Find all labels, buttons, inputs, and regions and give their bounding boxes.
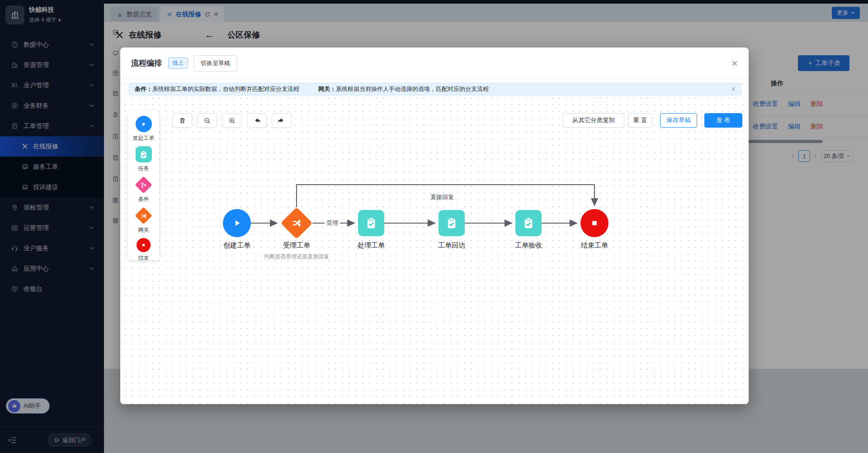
palette-end-node[interactable]: 结束 <box>137 238 151 262</box>
node-description: 判断是否受理还是直接回复 <box>251 253 342 261</box>
node-label: 结束工单 <box>563 241 626 250</box>
save-draft-button[interactable]: 保存草稿 <box>660 113 697 128</box>
publish-button[interactable]: 发 布 <box>704 113 742 128</box>
node-label: 处理工单 <box>340 241 403 250</box>
flow-node-acceptance[interactable] <box>515 210 542 236</box>
clipboard-check-icon <box>364 216 378 230</box>
palette-start-node[interactable]: 发起工单 <box>133 116 155 142</box>
zoom-out-button[interactable] <box>197 113 217 128</box>
undo-icon <box>253 116 261 124</box>
branch-icon <box>140 181 147 189</box>
online-status-badge: 线上 <box>168 57 188 69</box>
flow-node-start[interactable] <box>223 209 251 237</box>
flow-editor-modal: 流程编排 线上 切换至草稿 × 条件： 系统根据工单的实际数据，自动判断并匹配对… <box>120 48 749 404</box>
palette-gateway-node[interactable]: 网关 <box>137 207 150 234</box>
switch-to-draft-button[interactable]: 切换至草稿 <box>193 55 237 72</box>
modal-header: 流程编排 线上 切换至草稿 × <box>120 48 749 79</box>
undo-button[interactable] <box>247 113 267 128</box>
flow-node-process[interactable] <box>358 210 384 236</box>
modal-title: 流程编排 <box>131 58 162 68</box>
flow-node-end[interactable] <box>580 209 609 237</box>
flow-canvas[interactable]: 条件： 系统根据工单的实际数据，自动判断并匹配对应分支流程 网关： 系统根据当前… <box>120 79 749 404</box>
clipboard-check-icon <box>139 150 148 159</box>
palette-task-node[interactable]: 任务 <box>136 146 152 172</box>
node-palette: 发起工单 任务 条件 网关 <box>128 111 159 260</box>
redo-button[interactable] <box>272 113 292 128</box>
zoom-out-icon <box>203 117 211 124</box>
zoom-in-icon <box>228 117 236 124</box>
edge-label-direct-reply: 直接回复 <box>429 193 456 201</box>
copy-from-other-category-button[interactable]: 从其它分类复制 <box>563 113 624 128</box>
node-label: 受理工单 <box>265 241 328 250</box>
node-label: 工单回访 <box>420 241 483 250</box>
play-icon <box>140 120 147 128</box>
edge-label-accept: 受理 <box>325 219 340 227</box>
palette-condition-node[interactable]: 条件 <box>137 176 150 203</box>
redo-icon <box>278 116 286 124</box>
shuffle-icon <box>291 218 302 229</box>
node-label: 工单验收 <box>497 241 560 250</box>
reset-button[interactable]: 重 置 <box>628 113 652 128</box>
canvas-toolbar <box>172 113 292 128</box>
clipboard-check-icon <box>522 216 535 230</box>
modal-close-icon[interactable]: × <box>731 58 738 69</box>
trash-icon <box>179 117 186 124</box>
play-icon <box>231 217 243 229</box>
flow-node-revisit[interactable] <box>439 210 465 236</box>
shuffle-icon <box>140 212 147 219</box>
clipboard-check-icon <box>445 216 458 230</box>
zoom-in-button[interactable] <box>222 113 242 128</box>
stop-icon <box>589 218 600 229</box>
stop-icon <box>141 242 146 248</box>
node-label: 创建工单 <box>205 241 269 250</box>
delete-button[interactable] <box>172 113 192 128</box>
